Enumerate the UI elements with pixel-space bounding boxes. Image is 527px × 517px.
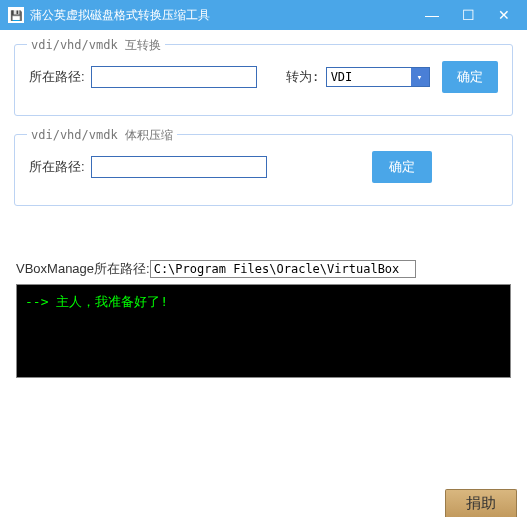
titlebar: 💾 蒲公英虚拟磁盘格式转换压缩工具 — ☐ ✕ bbox=[0, 0, 527, 30]
compress-path-label: 所在路径: bbox=[29, 158, 85, 176]
console-line: --> 主人，我准备好了! bbox=[25, 293, 502, 311]
convert-path-input[interactable] bbox=[91, 66, 257, 88]
compress-path-input[interactable] bbox=[91, 156, 267, 178]
donate-button[interactable]: 捐助 bbox=[445, 489, 517, 517]
compress-confirm-button[interactable]: 确定 bbox=[372, 151, 432, 183]
window-controls: — ☐ ✕ bbox=[423, 7, 513, 23]
convert-to-label: 转为: bbox=[286, 68, 320, 86]
compress-legend: vdi/vhd/vmdk 体积压缩 bbox=[27, 127, 177, 144]
vbox-path-label: VBoxManage所在路径: bbox=[16, 260, 150, 278]
convert-path-label: 所在路径: bbox=[29, 68, 85, 86]
convert-legend: vdi/vhd/vmdk 互转换 bbox=[27, 37, 165, 54]
vbox-path-input[interactable] bbox=[150, 260, 416, 278]
console-output: --> 主人，我准备好了! bbox=[16, 284, 511, 378]
format-select-value: VDI bbox=[331, 70, 353, 84]
content-area: vdi/vhd/vmdk 互转换 所在路径: 转为: VDI ▾ 确定 vdi/… bbox=[0, 30, 527, 392]
convert-confirm-button[interactable]: 确定 bbox=[442, 61, 498, 93]
chevron-down-icon: ▾ bbox=[411, 68, 429, 86]
window-title: 蒲公英虚拟磁盘格式转换压缩工具 bbox=[30, 7, 423, 24]
format-select[interactable]: VDI ▾ bbox=[326, 67, 430, 87]
app-icon: 💾 bbox=[8, 7, 24, 23]
close-button[interactable]: ✕ bbox=[495, 7, 513, 23]
vbox-path-row: VBoxManage所在路径: bbox=[16, 260, 511, 278]
maximize-button[interactable]: ☐ bbox=[459, 7, 477, 23]
minimize-button[interactable]: — bbox=[423, 7, 441, 23]
compress-group: vdi/vhd/vmdk 体积压缩 所在路径: 确定 bbox=[14, 134, 513, 206]
convert-group: vdi/vhd/vmdk 互转换 所在路径: 转为: VDI ▾ 确定 bbox=[14, 44, 513, 116]
footer: 捐助 bbox=[445, 485, 517, 517]
